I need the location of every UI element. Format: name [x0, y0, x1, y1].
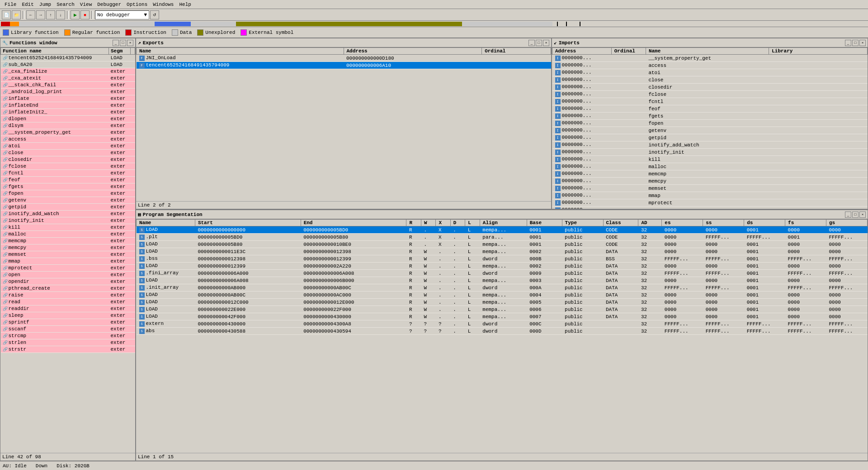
imports-table-row[interactable]: I0000000... kill	[552, 156, 868, 163]
imports-table-row[interactable]: I0000000... fcntl	[552, 98, 868, 105]
seg-table-row[interactable]: Sabs 0000000000430588 0000000000430594 ?…	[137, 328, 868, 335]
menu-view[interactable]: View	[77, 1, 94, 8]
imports-table-row[interactable]: I0000000... mmap	[552, 192, 868, 199]
menu-jump[interactable]: Jump	[37, 1, 54, 8]
exports-table-row[interactable]: Ftencent652524168491435794009 0000000000…	[137, 62, 551, 69]
functions-table-row[interactable]: 🔗pthread_create exter	[1, 285, 135, 292]
functions-table-row[interactable]: 🔗getpid exter	[1, 204, 135, 211]
imports-table-row[interactable]: I0000000... inotify_add_watch	[552, 141, 868, 149]
imports-table-row[interactable]: I0000000... open	[552, 207, 868, 209]
functions-table-row[interactable]: 🔗inflateEnd exter	[1, 102, 135, 109]
imports-table-row[interactable]: I0000000... mprotect	[552, 199, 868, 207]
functions-table-row[interactable]: 🔗fgets exter	[1, 183, 135, 190]
seg-table-row[interactable]: SLOAD 00000000000AB00C 00000000000AC000 …	[137, 291, 868, 299]
imports-table-row[interactable]: I0000000... fopen	[552, 120, 868, 127]
imports-table-row[interactable]: I0000000... memset	[552, 185, 868, 192]
imports-table-row[interactable]: I0000000... feof	[552, 105, 868, 113]
functions-table-row[interactable]: 🔗raise exter	[1, 292, 135, 299]
new-btn[interactable]: 📄	[2, 10, 11, 19]
functions-table-row[interactable]: 🔗memcpy exter	[1, 244, 135, 251]
functions-table-row[interactable]: 🔗mprotect exter	[1, 265, 135, 272]
functions-table-row[interactable]: 🔗kill exter	[1, 224, 135, 231]
seg-table-row[interactable]: SLOAD 0000000000000000 000000000005BD0 R…	[137, 226, 868, 234]
seg-table-row[interactable]: SLOAD 0000000000012399 000000000002A220 …	[137, 263, 868, 270]
imports-table-scroll[interactable]: Address Ordinal Name Library I0000000...…	[552, 47, 868, 209]
functions-table-row[interactable]: 🔗opendir exter	[1, 278, 135, 285]
functions-table-row[interactable]: 🔗getenv exter	[1, 197, 135, 204]
functions-table-row[interactable]: 🔗feof exter	[1, 177, 135, 183]
imports-table-row[interactable]: I0000000... __system_property_get	[552, 55, 868, 62]
imports-minimize[interactable]: _	[845, 40, 851, 46]
seg-table-row[interactable]: S.bss 0000000000012398 0000000000012399 …	[137, 255, 868, 263]
functions-table-row[interactable]: 🔗inflateInit2_ exter	[1, 109, 135, 116]
functions-table-row[interactable]: 🔗strstr exter	[1, 346, 135, 353]
menu-windows[interactable]: Windows	[150, 1, 176, 8]
functions-close[interactable]: ×	[127, 40, 133, 46]
functions-table-row[interactable]: 🔗tencent652524168491435794009 LOAD	[1, 55, 135, 61]
imports-float[interactable]: □	[852, 40, 859, 46]
refresh-btn[interactable]: ↺	[150, 10, 159, 19]
imports-close[interactable]: ×	[859, 40, 866, 46]
exports-minimize[interactable]: _	[528, 40, 535, 46]
functions-table-row[interactable]: 🔗inotify_init exter	[1, 217, 135, 224]
exports-float[interactable]: □	[536, 40, 542, 46]
imports-table-row[interactable]: I0000000... closedir	[552, 84, 868, 91]
functions-table-row[interactable]: 🔗sub_6A20 LOAD	[1, 61, 135, 68]
functions-table-row[interactable]: 🔗atoi exter	[1, 143, 135, 150]
seg-table-row[interactable]: SLOAD 000000000042F000 0000000000430000 …	[137, 313, 868, 320]
functions-minimize[interactable]: _	[113, 40, 119, 46]
functions-table-row[interactable]: 🔗memset exter	[1, 251, 135, 258]
seg-table-row[interactable]: Sextern 0000000000430000 00000000004300A…	[137, 320, 868, 328]
open-btn[interactable]: 📁	[12, 10, 21, 19]
functions-table-row[interactable]: 🔗open exter	[1, 272, 135, 278]
menu-debugger[interactable]: Debugger	[94, 1, 124, 8]
functions-table-row[interactable]: 🔗sprintf exter	[1, 319, 135, 326]
imports-table-row[interactable]: I0000000... access	[552, 62, 868, 69]
seg-table-row[interactable]: SLOAD 0000000000011E3C 0000000000012398 …	[137, 248, 868, 255]
functions-table-row[interactable]: 🔗inflate exter	[1, 95, 135, 102]
imports-table-row[interactable]: I0000000... fgets	[552, 113, 868, 120]
imports-table-row[interactable]: I0000000... getenv	[552, 127, 868, 134]
exports-close[interactable]: ×	[543, 40, 549, 46]
functions-float[interactable]: □	[120, 40, 126, 46]
functions-table-row[interactable]: 🔗memcmp exter	[1, 238, 135, 244]
seg-float[interactable]: □	[852, 212, 859, 218]
functions-table-row[interactable]: 🔗__system_property_get exter	[1, 129, 135, 136]
functions-table-row[interactable]: 🔗dlopen exter	[1, 116, 135, 122]
imports-table-row[interactable]: I0000000... getpid	[552, 134, 868, 141]
menu-options[interactable]: Options	[124, 1, 150, 8]
seg-table-row[interactable]: S.fini_array 0000000000006A000 000000000…	[137, 270, 868, 277]
functions-table-row[interactable]: 🔗mmap exter	[1, 258, 135, 265]
imports-table-row[interactable]: I0000000... malloc	[552, 163, 868, 170]
debugger-dropdown[interactable]: No debugger ▼	[95, 10, 149, 19]
run-btn[interactable]: ▶	[71, 10, 80, 19]
seg-close[interactable]: ×	[859, 212, 866, 218]
stop-btn[interactable]: ■	[80, 10, 90, 19]
functions-table-row[interactable]: 🔗readdir exter	[1, 306, 135, 312]
functions-table-row[interactable]: 🔗sleep exter	[1, 312, 135, 319]
functions-table-row[interactable]: 🔗close exter	[1, 150, 135, 156]
imports-table-row[interactable]: I0000000... atoi	[552, 69, 868, 76]
down-btn[interactable]: ↓	[56, 10, 65, 19]
functions-table-row[interactable]: 🔗access exter	[1, 136, 135, 143]
functions-table-row[interactable]: 🔗inotify_add_watch exter	[1, 211, 135, 217]
seg-minimize[interactable]: _	[845, 212, 851, 218]
functions-table-row[interactable]: 🔗_cxa_atexit exter	[1, 75, 135, 82]
imports-table-row[interactable]: I0000000... close	[552, 76, 868, 84]
menu-file[interactable]: File	[2, 1, 19, 8]
functions-table-row[interactable]: 🔗closedir exter	[1, 156, 135, 163]
seg-table-row[interactable]: SLOAD 000000000005B80 0000000000010BE0 R…	[137, 241, 868, 248]
functions-table-row[interactable]: 🔗_android_log_print exter	[1, 89, 135, 95]
seg-table-row[interactable]: SLOAD 0000000000012C000 0000000000012E00…	[137, 299, 868, 306]
exports-table-row[interactable]: FJNI_OnLoad 000000000000D180	[137, 55, 551, 62]
imports-table-row[interactable]: I0000000... memcpy	[552, 178, 868, 185]
imports-table-row[interactable]: I0000000... inotify_init	[552, 149, 868, 156]
forward-btn[interactable]: →	[36, 10, 45, 19]
seg-table-row[interactable]: S.plt 000000000005BD0 000000000005B80 R …	[137, 234, 868, 241]
functions-table-row[interactable]: 🔗strcmp exter	[1, 333, 135, 339]
functions-table-row[interactable]: 🔗__stack_chk_fail exter	[1, 82, 135, 89]
seg-table-row[interactable]: SLOAD 000000000022E000 000000000022F000 …	[137, 306, 868, 313]
functions-table-row[interactable]: 🔗malloc exter	[1, 231, 135, 238]
imports-table-row[interactable]: I0000000... memcmp	[552, 170, 868, 178]
back-btn[interactable]: ←	[26, 10, 35, 19]
